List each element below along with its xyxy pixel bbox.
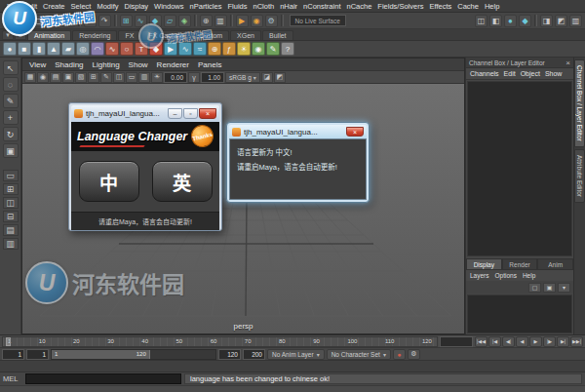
layout-two-pane-stacked-icon[interactable]: ⊟ [3,211,19,222]
menu-item[interactable]: Windows [151,2,186,11]
layer-editor-tab[interactable]: Render [502,258,538,270]
exposure-icon[interactable]: ☀ [151,72,163,83]
command-language-label[interactable]: MEL [3,374,22,383]
construction-history-icon[interactable]: ⊕ [200,15,213,27]
shelf-poly-sphere-icon[interactable]: ● [3,42,17,56]
shelf-tab[interactable]: Animation [27,30,71,40]
layout-hypershade-persp-icon[interactable]: ▥ [3,238,19,250]
shelf-tab[interactable]: XGen [230,30,261,40]
animation-end-field[interactable]: 200 [243,349,265,360]
shelf-tab[interactable]: FX [118,30,140,40]
current-time-marker[interactable] [6,337,11,346]
go-to-end-button[interactable]: ▶▶| [570,336,583,347]
menu-item[interactable]: Cache [454,2,482,11]
tool-settings-toggle-icon[interactable]: ◩ [555,15,567,27]
scale-tool-icon[interactable]: ▣ [3,143,19,158]
english-language-button[interactable]: 英 [152,161,213,202]
range-slider-track[interactable]: 1 120 [51,349,216,360]
undo-icon[interactable]: ↶ [84,15,97,27]
shelf-light-icon[interactable]: ☀ [237,42,251,56]
redo-icon[interactable]: ↷ [98,15,111,27]
minimize-button[interactable]: – [168,108,182,119]
layer-list[interactable] [467,294,572,333]
save-scene-icon[interactable]: ▣ [62,15,75,27]
exposure-field[interactable]: 0.00 [164,72,187,83]
channel-box-menu-item[interactable]: Channels [470,70,499,77]
layer-mode-icon[interactable]: ▾ [558,283,570,293]
grease-pencil-icon[interactable]: ✎ [100,72,112,83]
select-camera-icon[interactable]: ▦ [24,72,36,83]
shelf-set-key-icon[interactable]: ◆ [149,42,163,56]
step-forward-frame-button[interactable]: ▶| [557,336,569,347]
play-forward-button[interactable]: ▶ [529,336,542,347]
layout-outliner-persp-icon[interactable]: ▤ [3,224,19,236]
menu-item[interactable]: Display [122,2,152,11]
snap-curve-icon[interactable]: ∿ [135,15,147,27]
layer-editor-menu-item[interactable]: Help [523,272,535,279]
shelf-poly-cone-icon[interactable]: ▲ [47,42,60,56]
shelf-sculpt-icon[interactable]: ◠ [91,42,104,56]
panel-menu-item[interactable]: Show [129,60,148,69]
shelf-graph-editor-icon[interactable]: ∿ [178,42,192,56]
live-surface-field[interactable]: No Live Surface [290,15,346,26]
panel-menu-item[interactable]: Lighting [93,60,120,69]
shelf-paint-icon[interactable]: ✎ [266,42,280,56]
play-backwards-button[interactable]: ◀ [516,336,528,347]
menu-item[interactable]: nCloth [250,2,277,11]
shelf-poly-torus-icon[interactable]: ◎ [76,42,90,56]
shelf-poly-plane-icon[interactable]: ▰ [61,42,75,56]
lock-camera-icon[interactable]: ◉ [37,72,49,83]
menu-item[interactable]: nConstraint [300,2,343,11]
object-mode-icon[interactable]: ● [504,15,517,27]
channel-box-menu-item[interactable]: Show [545,70,563,77]
layer-editor-menu-item[interactable]: Options [495,272,517,279]
channel-box-menu-item[interactable]: Object [521,70,540,77]
open-scene-icon[interactable]: ▤ [48,15,60,27]
menu-item[interactable]: Modify [94,2,121,11]
layer-editor-tab[interactable]: Anim [537,258,573,270]
xray-icon[interactable]: ◩ [274,72,286,83]
sidebar-tab[interactable]: Attribute Editor [574,149,585,203]
anim-layer-select[interactable]: No Anim Layer ▾ [267,349,325,360]
camera-attributes-icon[interactable]: ▤ [50,72,61,83]
close-button[interactable]: × [346,127,364,137]
shelf-poly-cube-icon[interactable]: ■ [18,42,31,56]
viewport-canvas[interactable]: persp tjh_mayaUI_langua... – ▫ × Languag… [22,84,464,333]
attribute-editor-toggle-icon[interactable]: ◨ [540,15,553,27]
dialog-title-bar[interactable]: tjh_mayaUI_langua... – ▫ × [71,105,219,122]
two-d-pan-zoom-icon[interactable]: ⊞ [88,72,99,83]
range-slider-bar[interactable]: 1 120 [52,350,150,359]
menu-item[interactable]: nParticles [187,2,225,11]
shelf-tab[interactable]: Custom [192,30,229,40]
current-time-field[interactable] [440,336,473,347]
gear-icon[interactable]: ⚙ [15,30,26,40]
menu-item[interactable]: nCache [343,2,374,11]
panel-menu-item[interactable]: Renderer [157,60,189,69]
resolution-gate-icon[interactable]: ▭ [126,72,137,83]
step-back-frame-button[interactable]: |◀ [488,336,501,347]
new-layer-from-selected-icon[interactable]: ▣ [543,283,556,293]
highlight-selection-icon[interactable]: ◧ [489,15,502,27]
shelf-camera-icon[interactable]: ◉ [252,42,265,56]
layer-editor-menu-item[interactable]: Layers [470,272,489,279]
make-live-icon[interactable]: ◈ [178,15,191,27]
playback-start-field[interactable]: 1 [26,349,49,360]
sidebar-tab[interactable]: Channel Box / Layer Editor [574,59,585,147]
shelf-tab[interactable]: Bullet [262,30,293,40]
channel-box-toggle-icon[interactable]: ▥ [569,15,582,27]
menu-item[interactable]: Edit [21,2,40,11]
move-tool-icon[interactable]: + [3,110,19,125]
shelf-curve-icon[interactable]: ∿ [105,42,119,56]
time-slider-track[interactable]: 1102030405060708090100110120 [2,336,438,347]
layout-single-pane-icon[interactable]: ▭ [3,170,19,181]
layout-two-pane-side-icon[interactable]: ◫ [3,197,19,209]
shelf-menu-icon[interactable]: ▾ [2,30,14,40]
layer-editor-tab[interactable]: Display [466,258,502,270]
paint-select-tool-icon[interactable]: ✎ [3,94,19,108]
menu-item[interactable]: Effects [426,2,454,11]
isolate-select-icon[interactable]: ◪ [261,72,273,83]
dialog-title-bar[interactable]: tjh_mayaUI_langua... × [229,125,367,138]
gamma-icon[interactable]: γ [188,72,200,83]
shelf-tab[interactable]: FX Caching [141,30,191,40]
lasso-tool-icon[interactable]: ◌ [3,77,19,92]
